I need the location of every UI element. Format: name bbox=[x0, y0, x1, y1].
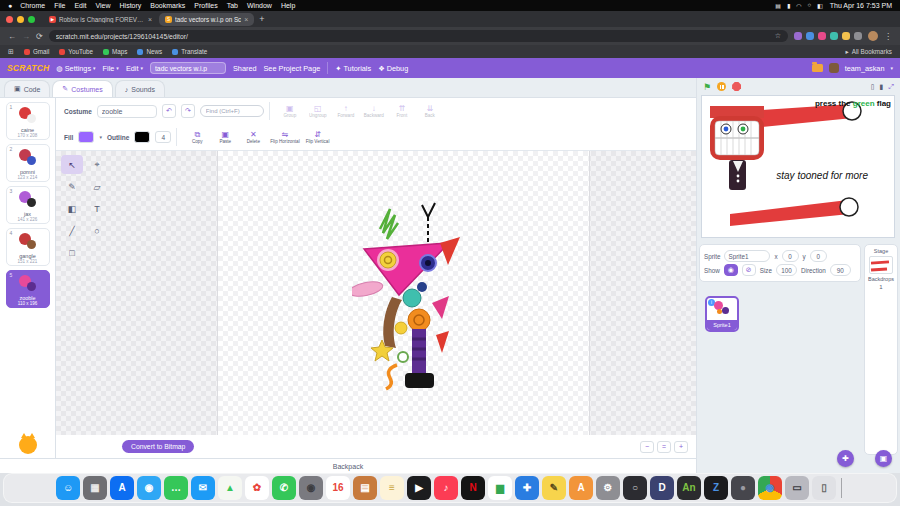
reload-icon[interactable]: ⟳ bbox=[36, 32, 43, 41]
tab-close-icon[interactable]: × bbox=[244, 16, 248, 23]
minimize-window-button[interactable] bbox=[17, 16, 24, 23]
camera-dock-icon[interactable]: ◉ bbox=[299, 476, 323, 500]
bookmark-star-icon[interactable]: ☆ bbox=[775, 32, 781, 40]
circle-tool[interactable]: ○ bbox=[86, 221, 108, 240]
project-title-input[interactable] bbox=[150, 62, 226, 74]
system-settings-dock-icon[interactable]: ▭ bbox=[785, 476, 809, 500]
menu-item[interactable]: Edit bbox=[74, 2, 86, 9]
display-icon[interactable]: ▤ bbox=[775, 2, 781, 9]
stop-icon[interactable] bbox=[732, 82, 741, 91]
small-stage-icon[interactable]: ▯ bbox=[871, 83, 875, 91]
undo-button[interactable]: ↶ bbox=[162, 104, 176, 118]
extension-icon[interactable] bbox=[794, 32, 802, 40]
back-icon[interactable]: ← bbox=[8, 32, 16, 41]
reshape-tool[interactable]: ⌖ bbox=[86, 155, 108, 174]
extension-icon[interactable] bbox=[842, 32, 850, 40]
show-sprite-button[interactable]: ◉ bbox=[724, 264, 738, 276]
outline-color-swatch[interactable] bbox=[134, 131, 150, 143]
forward-icon[interactable]: → bbox=[22, 32, 30, 41]
sprite-direction-input[interactable] bbox=[830, 264, 851, 276]
sprite-size-input[interactable] bbox=[776, 264, 797, 276]
fill-tool[interactable]: ◧ bbox=[61, 199, 83, 218]
finder-dock-icon[interactable]: ☺ bbox=[56, 476, 80, 500]
extension-icon[interactable] bbox=[818, 32, 826, 40]
menu-item[interactable]: View bbox=[95, 2, 110, 9]
large-stage-icon[interactable]: ▮ bbox=[880, 83, 884, 91]
menu-item[interactable]: Help bbox=[281, 2, 295, 9]
editor-tab[interactable]: ✎ Costumes bbox=[52, 80, 112, 97]
sprite-name-input[interactable] bbox=[724, 250, 770, 262]
zoom-window-button[interactable] bbox=[28, 16, 35, 23]
bookmark-item[interactable]: Gmail bbox=[24, 48, 49, 55]
convert-to-bitmap-button[interactable]: Convert to Bitmap bbox=[122, 440, 194, 453]
dark-app-dock-icon[interactable]: ● bbox=[731, 476, 755, 500]
username[interactable]: team_askan bbox=[845, 64, 885, 73]
fullscreen-icon[interactable]: ⤢ bbox=[888, 83, 894, 91]
photos-dock-icon[interactable]: ✿ bbox=[245, 476, 269, 500]
paint-toolbar-button[interactable]: ↓ Backward bbox=[361, 104, 387, 118]
blue-app-dock-icon[interactable]: ✚ bbox=[515, 476, 539, 500]
control-center-icon[interactable]: ◧ bbox=[817, 2, 823, 9]
z-app-dock-icon[interactable]: Z bbox=[704, 476, 728, 500]
line-tool[interactable]: ╱ bbox=[61, 221, 83, 240]
android-studio-dock-icon[interactable]: An bbox=[677, 476, 701, 500]
apps-grid-icon[interactable]: ⊞ bbox=[8, 48, 14, 56]
add-backdrop-button[interactable]: ▣ bbox=[875, 450, 892, 467]
paint-toolbar-button[interactable]: ↑ Forward bbox=[333, 104, 359, 118]
see-project-page-button[interactable]: See Project Page bbox=[264, 64, 321, 73]
user-avatar[interactable] bbox=[829, 63, 839, 73]
paint-toolbar-button[interactable]: ⇵ Flip Vertical bbox=[304, 130, 332, 144]
close-window-button[interactable] bbox=[6, 16, 13, 23]
eraser-tool[interactable]: ▱ bbox=[86, 177, 108, 196]
scratch-logo[interactable]: SCRATCH bbox=[7, 63, 49, 73]
apple-tv-dock-icon[interactable]: ▶ bbox=[407, 476, 431, 500]
menu-item[interactable]: History bbox=[120, 2, 142, 9]
stocks-dock-icon[interactable]: ▆ bbox=[488, 476, 512, 500]
rect-tool[interactable]: □ bbox=[61, 243, 83, 262]
notes-dock-icon[interactable]: ≡ bbox=[380, 476, 404, 500]
books-dock-icon[interactable]: ▤ bbox=[353, 476, 377, 500]
utilities-dock-icon[interactable]: ⚙ bbox=[596, 476, 620, 500]
select-tool[interactable]: ↖ bbox=[61, 155, 83, 174]
paint-toolbar-button[interactable]: ⇊ Back bbox=[417, 104, 443, 118]
address-bar[interactable]: scratch.mit.edu/projects/1296104145/edit… bbox=[49, 30, 788, 42]
stage-selector[interactable]: Stage Backdrops 1 bbox=[864, 244, 898, 455]
paint-toolbar-button[interactable]: ✕ Delete bbox=[240, 130, 266, 144]
discord-dock-icon[interactable]: D bbox=[650, 476, 674, 500]
menu-item[interactable]: Chrome bbox=[20, 2, 45, 9]
extension-icon[interactable] bbox=[854, 32, 862, 40]
paint-toolbar-button[interactable]: ▣ Paste bbox=[212, 130, 238, 144]
sprite-y-input[interactable] bbox=[810, 250, 827, 262]
settings-menu[interactable]: ◍ Settings ▾ bbox=[56, 64, 95, 73]
music-dock-icon[interactable]: ♪ bbox=[434, 476, 458, 500]
menu-item[interactable]: Bookmarks bbox=[150, 2, 185, 9]
extension-icon[interactable] bbox=[806, 32, 814, 40]
app-store-dock-icon[interactable]: A bbox=[110, 476, 134, 500]
paint-toolbar-button[interactable]: ◱ Ungroup bbox=[305, 104, 331, 118]
costume-item[interactable]: 4 gangle 151 x 221 bbox=[6, 228, 50, 266]
debug-button[interactable]: ❖ Debug bbox=[378, 64, 408, 73]
backpack-bar[interactable]: Backpack bbox=[0, 458, 696, 473]
menu-item[interactable]: File bbox=[54, 2, 65, 9]
costume-name-input[interactable] bbox=[97, 105, 157, 118]
paint-toolbar-button[interactable]: ⧉ Copy bbox=[184, 130, 210, 144]
green-flag-icon[interactable]: ⚑ bbox=[703, 82, 711, 92]
browser-tab[interactable]: S tadc vectors w.i.p on Sc × bbox=[159, 13, 254, 26]
text-tool[interactable]: T bbox=[86, 199, 108, 218]
bookmark-item[interactable]: YouTube bbox=[59, 48, 93, 55]
profile-avatar[interactable] bbox=[868, 31, 878, 41]
zooble-artwork[interactable] bbox=[352, 197, 464, 393]
new-tab-button[interactable]: + bbox=[259, 14, 264, 24]
pages-app-dock-icon[interactable]: A bbox=[569, 476, 593, 500]
fill-color-swatch[interactable] bbox=[78, 131, 94, 143]
safari-dock-icon[interactable]: ◉ bbox=[137, 476, 161, 500]
folder-icon[interactable] bbox=[812, 64, 823, 72]
tutorials-button[interactable]: ✦ Tutorials bbox=[335, 64, 371, 73]
browser-tab[interactable]: ▶ Roblox is Changing FOREVER! × bbox=[43, 13, 158, 26]
bookmark-item[interactable]: News bbox=[137, 48, 162, 55]
calendar-dock-icon[interactable]: 16 bbox=[326, 476, 350, 500]
add-costume-button[interactable] bbox=[19, 436, 37, 454]
messages-dock-icon[interactable]: … bbox=[164, 476, 188, 500]
all-bookmarks-button[interactable]: ▸ All Bookmarks bbox=[846, 48, 892, 55]
tab-close-icon[interactable]: × bbox=[148, 16, 152, 23]
